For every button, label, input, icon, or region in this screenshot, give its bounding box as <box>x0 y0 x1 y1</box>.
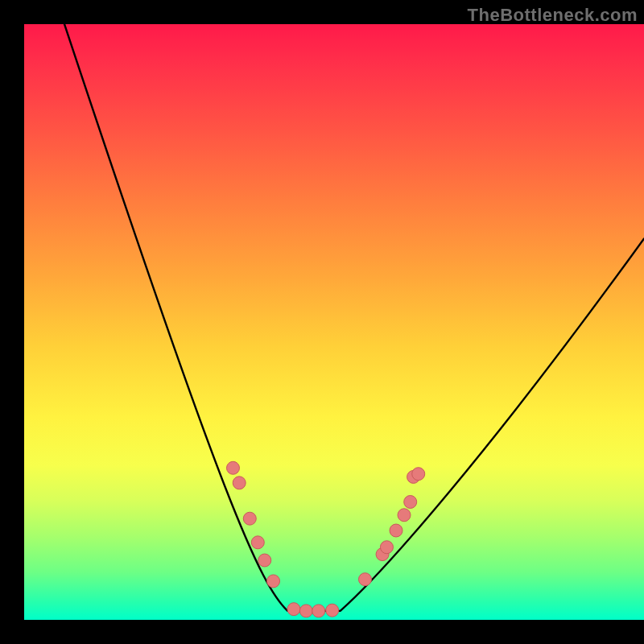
highlight-dot <box>376 548 389 561</box>
watermark-text: TheBottleneck.com <box>468 5 638 26</box>
highlight-dot <box>412 468 425 481</box>
highlight-dot <box>326 604 339 617</box>
highlight-dot <box>398 509 411 522</box>
highlight-dot <box>390 524 402 537</box>
highlight-dot <box>312 605 325 617</box>
highlight-dot <box>287 603 300 616</box>
highlight-dot <box>233 477 246 489</box>
highlight-dot <box>299 605 312 617</box>
chart-frame: TheBottleneck.com <box>0 0 644 644</box>
plot-area <box>24 24 644 620</box>
chart-overlay-svg <box>24 24 644 620</box>
highlight-dot <box>407 470 420 483</box>
highlight-dot <box>380 541 393 554</box>
highlight-dot <box>258 554 271 567</box>
highlight-dot <box>226 461 239 474</box>
highlight-dot <box>404 495 417 508</box>
highlight-dot <box>251 536 264 549</box>
highlight-dot <box>243 512 256 525</box>
highlight-dot <box>267 575 280 588</box>
highlight-dot <box>359 573 372 586</box>
bottleneck-curve <box>64 24 644 611</box>
